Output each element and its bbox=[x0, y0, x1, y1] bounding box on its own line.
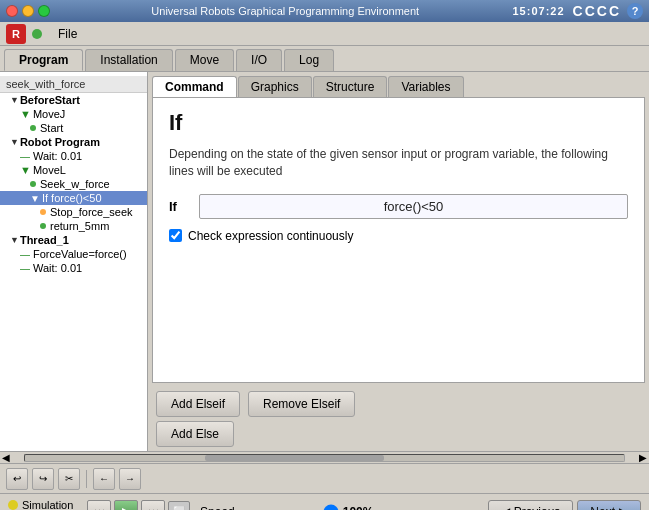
add-elseif-button[interactable]: Add Elseif bbox=[156, 391, 240, 417]
window-cccc: CCCC bbox=[573, 3, 621, 19]
tab-io[interactable]: I/O bbox=[236, 49, 282, 71]
if-expression-input[interactable] bbox=[199, 194, 628, 219]
inner-tab-bar: Command Graphics Structure Variables bbox=[148, 72, 649, 97]
tree-node-movel[interactable]: ▼ MoveL bbox=[0, 163, 147, 177]
scroll-thumb bbox=[205, 455, 385, 461]
maximize-button[interactable] bbox=[38, 5, 50, 17]
horizontal-scrollbar[interactable] bbox=[24, 454, 625, 462]
content-area: If Depending on the state of the given s… bbox=[152, 97, 645, 383]
remove-elseif-button[interactable]: Remove Elseif bbox=[248, 391, 355, 417]
checkbox-row: Check expression continuously bbox=[169, 229, 628, 243]
tree-label-return5mm: return_5mm bbox=[50, 220, 109, 232]
previous-label: Previous bbox=[514, 505, 561, 511]
redo-button[interactable]: ↪ bbox=[32, 468, 54, 490]
app-logo: R bbox=[6, 24, 26, 44]
skip-forward-button[interactable]: ⏭ bbox=[141, 500, 165, 511]
tab-graphics[interactable]: Graphics bbox=[238, 76, 312, 97]
tree-dash-wait1: — bbox=[20, 151, 30, 162]
tree-arrow-robotprogram: ▼ bbox=[10, 137, 19, 147]
add-else-button[interactable]: Add Else bbox=[156, 421, 234, 447]
scroll-right-button[interactable]: ▶ bbox=[639, 452, 647, 463]
tree-dot-stopforce bbox=[40, 209, 46, 215]
tree-node-ifforce[interactable]: ▼ If force()<50 bbox=[0, 191, 147, 205]
tree-arrow-icon: ▼ bbox=[10, 95, 19, 105]
tree-node-movej[interactable]: ▼ MoveJ bbox=[0, 107, 147, 121]
action-buttons: Add Elseif Remove Elseif bbox=[148, 383, 649, 421]
cut-button[interactable]: ✂ bbox=[58, 468, 80, 490]
simulation-status[interactable]: Simulation bbox=[8, 499, 77, 510]
tree-dot-return5mm bbox=[40, 223, 46, 229]
next-label: Next bbox=[590, 505, 615, 511]
status-indicators: Simulation Real Robot bbox=[8, 499, 77, 510]
tree-label-wait2: Wait: 0.01 bbox=[33, 262, 82, 274]
check-continuously-checkbox[interactable] bbox=[169, 229, 182, 242]
simulation-indicator bbox=[8, 500, 18, 510]
close-button[interactable] bbox=[6, 5, 18, 17]
play-button[interactable]: ▶ bbox=[114, 500, 138, 511]
tree-label-movej: MoveJ bbox=[33, 108, 65, 120]
checkbox-label: Check expression continuously bbox=[188, 229, 353, 243]
tab-command[interactable]: Command bbox=[152, 76, 237, 97]
menu-bar: R File bbox=[0, 22, 649, 46]
right-panel: Command Graphics Structure Variables If … bbox=[148, 72, 649, 451]
file-menu[interactable]: File bbox=[50, 25, 85, 43]
help-button[interactable]: ? bbox=[627, 3, 643, 19]
minimize-button[interactable] bbox=[22, 5, 34, 17]
previous-button[interactable]: ◀ Previous bbox=[488, 500, 574, 511]
tree-dash-forcevalue: — bbox=[20, 249, 30, 260]
skip-back-button[interactable]: ⏮ bbox=[87, 500, 111, 511]
tree-dot-start bbox=[30, 125, 36, 131]
speed-label: Speed bbox=[200, 505, 235, 511]
tree-dash-wait2: — bbox=[20, 263, 30, 274]
tab-log[interactable]: Log bbox=[284, 49, 334, 71]
next-arrow-icon: ▶ bbox=[619, 505, 628, 511]
tab-program[interactable]: Program bbox=[4, 49, 83, 71]
tree-node-forcevalue[interactable]: — ForceValue=force() bbox=[0, 247, 147, 261]
main-container: seek_with_force ▼ BeforeStart ▼ MoveJ St… bbox=[0, 71, 649, 451]
scroll-left-button[interactable]: ◀ bbox=[2, 452, 10, 463]
status-bar: Simulation Real Robot ⏮ ▶ ⏭ ⬜ Speed 100%… bbox=[0, 493, 649, 510]
tree-node-robotprogram[interactable]: ▼ Robot Program bbox=[0, 135, 147, 149]
tab-installation[interactable]: Installation bbox=[85, 49, 172, 71]
window-title: Universal Robots Graphical Programming E… bbox=[58, 5, 513, 17]
step-back-button[interactable]: ← bbox=[93, 468, 115, 490]
window-time: 15:07:22 bbox=[513, 5, 565, 17]
tree-dot-seekwforce bbox=[30, 181, 36, 187]
tree-node-return5mm[interactable]: return_5mm bbox=[0, 219, 147, 233]
tree-label-start: Start bbox=[40, 122, 63, 134]
connection-indicator bbox=[32, 29, 42, 39]
tree-label-seekwforce: Seek_w_force bbox=[40, 178, 110, 190]
bottom-toolbar: ↩ ↪ ✂ ← → bbox=[0, 463, 649, 493]
tree-node-stopforce[interactable]: Stop_force_seek bbox=[0, 205, 147, 219]
if-label: If bbox=[169, 199, 189, 214]
tree-node-beforestart[interactable]: ▼ BeforeStart bbox=[0, 93, 147, 107]
tab-variables[interactable]: Variables bbox=[388, 76, 463, 97]
tree-label-robotprogram: Robot Program bbox=[20, 136, 100, 148]
undo-button[interactable]: ↩ bbox=[6, 468, 28, 490]
window-controls[interactable] bbox=[6, 5, 50, 17]
tree-node-wait1[interactable]: — Wait: 0.01 bbox=[0, 149, 147, 163]
tree-file-name: seek_with_force bbox=[0, 76, 147, 93]
tree-node-seekwforce[interactable]: Seek_w_force bbox=[0, 177, 147, 191]
tree-node-thread1[interactable]: ▼ Thread_1 bbox=[0, 233, 147, 247]
playback-controls: ⏮ ▶ ⏭ ⬜ bbox=[87, 500, 190, 511]
if-row: If bbox=[169, 194, 628, 219]
tree-label-wait1: Wait: 0.01 bbox=[33, 150, 82, 162]
toolbar-separator bbox=[86, 470, 87, 488]
top-tab-bar: Program Installation Move I/O Log bbox=[0, 46, 649, 71]
tree-label-stopforce: Stop_force_seek bbox=[50, 206, 133, 218]
next-button[interactable]: Next ▶ bbox=[577, 500, 641, 511]
tree-node-wait2[interactable]: — Wait: 0.01 bbox=[0, 261, 147, 275]
tree-node-start[interactable]: Start bbox=[0, 121, 147, 135]
left-panel: seek_with_force ▼ BeforeStart ▼ MoveJ St… bbox=[0, 72, 148, 451]
pause-button[interactable]: ⬜ bbox=[168, 501, 190, 511]
tree-label-beforestart: BeforeStart bbox=[20, 94, 80, 106]
tree-arrow-thread1: ▼ bbox=[10, 235, 19, 245]
tab-move[interactable]: Move bbox=[175, 49, 234, 71]
tree-arrow-movej: ▼ bbox=[20, 108, 31, 120]
nav-buttons: ◀ Previous Next ▶ bbox=[488, 500, 641, 511]
step-forward-button[interactable]: → bbox=[119, 468, 141, 490]
simulation-label: Simulation bbox=[22, 499, 73, 510]
tree-label-forcevalue: ForceValue=force() bbox=[33, 248, 127, 260]
tab-structure[interactable]: Structure bbox=[313, 76, 388, 97]
